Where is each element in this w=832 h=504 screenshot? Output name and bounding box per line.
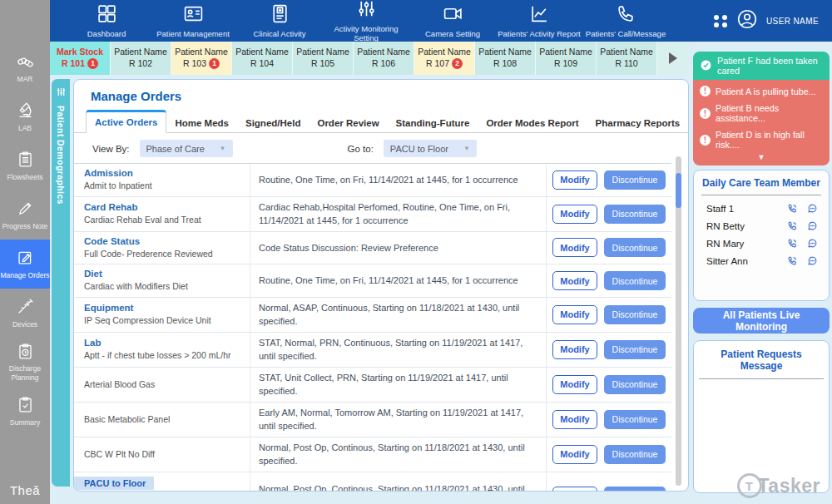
patient-tab-bar: Mark Stock R 101 1 Patient Name R 102 (50, 42, 689, 75)
order-row: PACU to Floor Activities Sternal Precaut… (74, 472, 671, 492)
nav-camera-setting[interactable]: Camera Setting (411, 0, 494, 43)
avatar[interactable] (736, 8, 758, 33)
patient-tab[interactable]: Mark Stock R 101 1 (50, 42, 111, 75)
chat-icon[interactable] (807, 220, 818, 231)
apps-grid-icon[interactable] (714, 15, 728, 27)
call-icon[interactable] (787, 220, 798, 231)
patient-tab[interactable]: Patient Name R 106 (354, 42, 414, 75)
modify-button[interactable]: Modify (552, 445, 597, 464)
patient-tab[interactable]: Patient Name R 109 (536, 42, 597, 75)
sidebar-item-flowsheets[interactable]: Flowsheets (0, 141, 50, 190)
expand-notifications-caret[interactable]: ▼ (700, 153, 823, 164)
user-name-label: USER NAME (766, 17, 819, 26)
discontinue-button[interactable]: Discontinue (604, 170, 666, 190)
modify-button[interactable]: Modify (552, 238, 597, 257)
view-by-dropdown[interactable]: Phase of Care ▼ (140, 140, 233, 157)
member-name: RN Mary (706, 239, 744, 249)
tab-scroll-right-button[interactable] (657, 42, 689, 75)
nav-patient-management[interactable]: Patient Management (151, 0, 235, 43)
sidebar-label: Manage Orders (0, 271, 49, 279)
care-team-member: Sitter Ann (694, 252, 829, 269)
scrollbar-thumb[interactable] (676, 173, 681, 208)
modify-button[interactable]: Modify (552, 375, 597, 394)
live-monitoring-button[interactable]: All Patients Live Monitoring (693, 308, 830, 334)
order-tab[interactable]: Pharmacy Reports (587, 113, 689, 133)
call-icon[interactable] (787, 255, 798, 266)
goto-dropdown[interactable]: PACU to Floor ▼ (384, 140, 477, 157)
order-tab[interactable]: Order Modes Report (478, 113, 587, 133)
notification-badge: 1 (87, 58, 98, 69)
sidebar-label: LAB (18, 124, 32, 132)
call-icon[interactable] (787, 203, 798, 214)
sidebar-item-lab[interactable]: LAB (0, 92, 50, 141)
patient-tab[interactable]: Patient Name R 110 (597, 42, 657, 75)
discontinue-button[interactable]: Discontinue (604, 340, 666, 359)
order-tab[interactable]: Home Meds (166, 113, 237, 133)
watermark-text: Tasker (758, 475, 820, 497)
order-name[interactable]: Card Rehab (84, 202, 243, 212)
patient-tab[interactable]: Patient Name R 105 (293, 42, 354, 75)
patient-room: R 108 (493, 58, 517, 70)
patient-tab[interactable]: Patient Name R 107 2 (414, 42, 475, 75)
order-name[interactable]: Admission (84, 168, 243, 178)
sidebar-item-mar[interactable]: MAR (0, 43, 50, 92)
order-description: Code Status Discussion: Review Preferenc… (250, 232, 547, 264)
care-team-member: Staff 1 (694, 200, 829, 217)
order-tab[interactable]: Signed/Held (237, 113, 309, 133)
room-number: R 109 (554, 58, 577, 70)
nav-activity-monitoring-setting[interactable]: Activity Monitoring Setting (324, 0, 408, 43)
nav-clinical-activity[interactable]: Clinical Activity (238, 0, 321, 43)
edit-square-icon (17, 249, 34, 268)
sidebar-item-manage-orders[interactable]: Manage Orders (0, 240, 50, 289)
sidebar-item-progress-note[interactable]: Progress Note (0, 190, 50, 240)
modify-button[interactable]: Modify (552, 410, 597, 429)
discontinue-button[interactable]: Discontinue (604, 445, 666, 464)
call-icon[interactable] (787, 238, 798, 249)
patient-tab[interactable]: Patient Name R 104 (232, 42, 293, 75)
sidebar-item-discharge-planning[interactable]: Discharge Planning (0, 338, 50, 387)
modify-button[interactable]: Modify (552, 487, 597, 492)
order-tab[interactable]: Standing-Future (388, 113, 478, 133)
discontinue-button[interactable]: Discontinue (604, 375, 666, 394)
patient-tab[interactable]: Patient Name R 102 (111, 42, 171, 75)
discontinue-button[interactable]: Discontinue (604, 305, 666, 324)
sidebar-item-devices[interactable]: Devices (0, 289, 50, 338)
modify-button[interactable]: Modify (552, 205, 597, 224)
order-tab[interactable]: Order Review (309, 113, 387, 133)
order-name[interactable]: Diet (84, 269, 243, 279)
modify-button[interactable]: Modify (552, 170, 597, 190)
chat-icon[interactable] (807, 238, 818, 249)
modify-button[interactable]: Modify (552, 271, 597, 290)
vertical-scrollbar[interactable] (676, 156, 681, 486)
order-actions: Modify Discontinue (547, 333, 671, 367)
sliders-icon (356, 0, 377, 22)
nav-patients-activity-report[interactable]: Patients' Activity Report (498, 0, 581, 43)
warning-notification[interactable]: ! Patient B needs assistance... (700, 100, 823, 126)
patient-demographics-tab[interactable]: Patient Demographics (52, 79, 70, 487)
patient-room: R 110 (615, 58, 637, 70)
discontinue-button[interactable]: Discontinue (604, 410, 666, 429)
modify-button[interactable]: Modify (552, 340, 597, 359)
order-name[interactable]: Code Status (84, 236, 243, 246)
discontinue-button[interactable]: Discontinue (604, 487, 666, 492)
discontinue-button[interactable]: Discontinue (604, 271, 666, 290)
nav-patients-call-message[interactable]: Patients' Call/Message (584, 0, 667, 43)
modify-button[interactable]: Modify (552, 305, 597, 324)
patient-tab[interactable]: Patient Name R 103 1 (171, 42, 232, 75)
order-name[interactable]: Equipment (84, 303, 243, 313)
warning-notification[interactable]: ! Patient A is pulling tube... (700, 82, 823, 100)
nav-dashboard[interactable]: Dashboard (65, 0, 148, 43)
patient-room: R 105 (311, 58, 334, 70)
discontinue-button[interactable]: Discontinue (604, 205, 666, 224)
warning-notification[interactable]: ! Patient D is in high fall risk.... (700, 126, 823, 153)
order-subtitle: Arterial Blood Gas (84, 379, 243, 391)
chat-icon[interactable] (807, 255, 818, 266)
sidebar-item-summary[interactable]: Summary (0, 387, 50, 436)
order-name[interactable]: Lab (84, 338, 243, 348)
discontinue-button[interactable]: Discontinue (604, 238, 666, 257)
success-notification[interactable]: Patient F had been taken cared (693, 52, 830, 80)
chat-icon[interactable] (807, 203, 818, 214)
line-chart-icon (529, 3, 550, 26)
patient-tab[interactable]: Patient Name R 108 (475, 42, 536, 75)
order-tab[interactable]: Active Orders (86, 110, 166, 133)
